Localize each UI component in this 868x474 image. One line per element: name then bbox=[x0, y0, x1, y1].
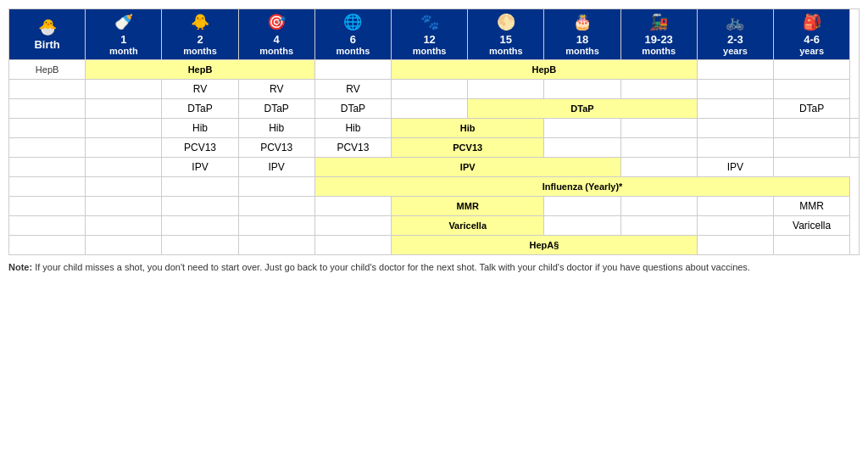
table-row: HepBHepB HepB bbox=[9, 60, 860, 80]
vaccine-dose-cell: IPV bbox=[238, 158, 314, 177]
vaccine-range-block: Influenza (Yearly)* bbox=[314, 177, 849, 197]
empty-cell bbox=[392, 80, 468, 99]
header-icon-6mo: 🌐 bbox=[317, 13, 389, 31]
empty-cell bbox=[314, 60, 391, 80]
empty-cell bbox=[620, 197, 697, 216]
empty-cell bbox=[620, 216, 697, 236]
table-row: RVRVRV bbox=[9, 80, 860, 99]
empty-cell bbox=[544, 80, 620, 99]
header-age-1mo: 1 bbox=[87, 33, 159, 46]
empty-cell bbox=[9, 236, 86, 255]
header-cell-birth: 🐣 Birth bbox=[9, 9, 86, 60]
empty-cell bbox=[544, 216, 620, 236]
empty-cell bbox=[774, 119, 850, 138]
table-row: IPVIPVIPV IPV bbox=[9, 158, 860, 177]
header-icon-18mo: 🎂 bbox=[546, 13, 618, 31]
empty-cell bbox=[162, 177, 238, 197]
header-cell-1mo: 🍼 1 month bbox=[86, 9, 162, 60]
header-cell-1923mo: 🚂 19-23 months bbox=[620, 9, 697, 60]
empty-cell bbox=[238, 216, 314, 236]
empty-cell bbox=[620, 80, 697, 99]
empty-cell bbox=[774, 138, 850, 158]
vaccine-dose-cell: PCV13 bbox=[314, 138, 391, 158]
header-age-46yr: 4-6 bbox=[776, 33, 848, 46]
empty-cell bbox=[850, 138, 860, 158]
vaccine-dose-cell: RV bbox=[162, 80, 238, 99]
header-icon-birth: 🐣 bbox=[11, 18, 83, 36]
header-age-4mo: 4 bbox=[241, 33, 313, 46]
vaccine-dose-cell: DTaP bbox=[774, 99, 850, 119]
vaccine-dose-cell: DTaP bbox=[162, 99, 238, 119]
empty-cell bbox=[697, 60, 773, 80]
vaccine-dose-cell: Hib bbox=[238, 119, 314, 138]
empty-cell bbox=[86, 236, 162, 255]
header-row: 🐣 Birth 🍼 1 month 🐥 2 months 🎯 4 months … bbox=[9, 9, 860, 60]
empty-cell bbox=[238, 197, 314, 216]
header-unit-2mo: months bbox=[183, 46, 217, 56]
note-text: Note: If your child misses a shot, you d… bbox=[8, 262, 750, 272]
header-unit-12mo: months bbox=[413, 46, 447, 56]
table-row: HepA§ bbox=[9, 236, 860, 255]
empty-cell bbox=[86, 138, 162, 158]
vaccine-dose-cell: RV bbox=[238, 80, 314, 99]
header-icon-46yr: 🎒 bbox=[776, 13, 848, 31]
header-unit-23yr: years bbox=[723, 46, 748, 56]
vaccine-dose-cell: Hib bbox=[314, 119, 391, 138]
empty-cell bbox=[162, 216, 238, 236]
empty-cell bbox=[86, 119, 162, 138]
empty-cell bbox=[774, 80, 850, 99]
header-unit-1mo: month bbox=[109, 46, 138, 56]
table-row: DTaPDTaPDTaP DTaP DTaP bbox=[9, 99, 860, 119]
empty-cell bbox=[544, 138, 620, 158]
vaccine-dose-cell: RV bbox=[314, 80, 391, 99]
header-age-23yr: 2-3 bbox=[699, 33, 771, 46]
empty-cell bbox=[697, 80, 773, 99]
vaccine-range-block: HepB bbox=[392, 60, 698, 80]
vaccine-dose-cell: Varicella bbox=[774, 216, 850, 236]
empty-cell bbox=[86, 80, 162, 99]
empty-cell bbox=[697, 138, 773, 158]
header-icon-23yr: 🚲 bbox=[699, 13, 771, 31]
empty-cell bbox=[9, 99, 86, 119]
vaccine-dose-cell: IPV bbox=[162, 158, 238, 177]
empty-cell bbox=[620, 138, 697, 158]
vaccine-dose-cell: IPV bbox=[697, 158, 773, 177]
empty-cell bbox=[86, 177, 162, 197]
empty-cell bbox=[697, 236, 773, 255]
header-icon-1mo: 🍼 bbox=[87, 13, 159, 31]
table-row: Varicella Varicella bbox=[9, 216, 860, 236]
empty-cell bbox=[774, 236, 850, 255]
header-unit-6mo: months bbox=[337, 46, 370, 56]
header-unit-18mo: months bbox=[565, 46, 599, 56]
vaccine-range-block: HepA§ bbox=[392, 236, 698, 255]
header-icon-12mo: 🐾 bbox=[393, 13, 465, 31]
table-row: MMR MMR bbox=[9, 197, 860, 216]
header-cell-2mo: 🐥 2 months bbox=[162, 9, 238, 60]
header-cell-6mo: 🌐 6 months bbox=[314, 9, 391, 60]
empty-cell bbox=[9, 138, 86, 158]
vaccine-dose-cell: PCV13 bbox=[162, 138, 238, 158]
empty-cell bbox=[9, 216, 86, 236]
vaccine-range-block: IPV bbox=[314, 158, 620, 177]
empty-cell bbox=[468, 80, 544, 99]
vaccine-dose-cell: DTaP bbox=[314, 99, 391, 119]
header-unit-46yr: years bbox=[799, 46, 824, 56]
header-age-birth: Birth bbox=[11, 38, 83, 51]
header-cell-4mo: 🎯 4 months bbox=[238, 9, 314, 60]
vaccine-dose-cell: MMR bbox=[774, 197, 850, 216]
empty-cell bbox=[850, 119, 860, 138]
empty-cell bbox=[9, 119, 86, 138]
empty-cell bbox=[238, 177, 314, 197]
empty-cell bbox=[392, 99, 468, 119]
vaccine-range-block: DTaP bbox=[468, 99, 698, 119]
empty-cell bbox=[9, 197, 86, 216]
vaccine-range-block: MMR bbox=[392, 197, 544, 216]
header-icon-2mo: 🐥 bbox=[164, 13, 236, 31]
empty-cell bbox=[314, 216, 391, 236]
header-icon-1923mo: 🚂 bbox=[623, 13, 695, 31]
empty-cell bbox=[162, 236, 238, 255]
empty-cell bbox=[620, 119, 697, 138]
empty-cell bbox=[9, 158, 86, 177]
empty-cell bbox=[697, 197, 773, 216]
header-age-18mo: 18 bbox=[546, 33, 618, 46]
